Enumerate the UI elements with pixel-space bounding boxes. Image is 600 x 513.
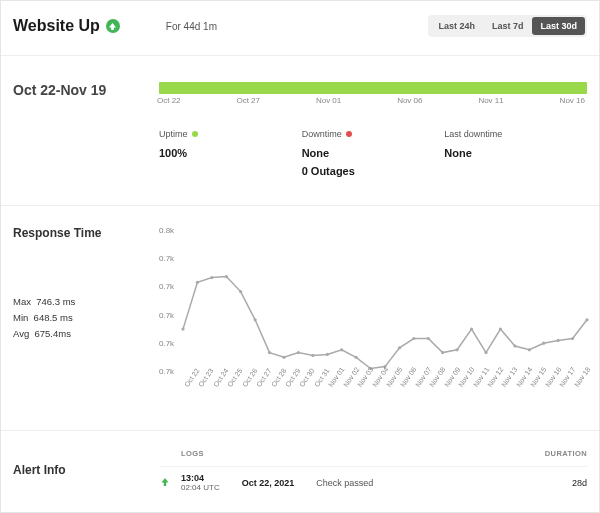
resp-avg-lbl: Avg [13, 328, 29, 339]
stat-label-text: Uptime [159, 129, 188, 139]
response-stats: Max 746.3 ms Min 648.5 ms Avg 675.4ms [13, 294, 159, 342]
svg-point-20 [470, 328, 473, 331]
alert-time-utc: 02:04 UTC [181, 483, 220, 492]
stat-downtime: Downtime None 0 Outages [302, 123, 445, 177]
svg-point-26 [556, 339, 559, 342]
y-tick: 0.7k [159, 311, 174, 320]
dot-green-icon [192, 131, 198, 137]
y-tick: 0.7k [159, 339, 174, 348]
uptime-duration: For 44d 1m [166, 21, 217, 32]
stat-uptime: Uptime 100% [159, 123, 302, 177]
uptime-bar-fill [159, 82, 587, 94]
svg-point-24 [528, 348, 531, 351]
tick: Oct 22 [157, 96, 181, 105]
period-stats: Uptime 100% Downtime None 0 Outages Last… [159, 123, 587, 177]
uptime-bar-ticks: Oct 22 Oct 27 Nov 01 Nov 06 Nov 11 Nov 1… [159, 96, 587, 105]
svg-point-3 [225, 275, 228, 278]
arrow-up-icon [159, 477, 170, 488]
svg-point-4 [239, 290, 242, 293]
resp-max-lbl: Max [13, 296, 31, 307]
period-range: Oct 22-Nov 19 [13, 82, 159, 98]
header: Website Up For 44d 1m Last 24h Last 7d L… [1, 1, 599, 55]
tab-last-30d[interactable]: Last 30d [532, 17, 585, 35]
tick: Oct 27 [236, 96, 260, 105]
alert-date: Oct 22, 2021 [242, 478, 295, 488]
resp-min-lbl: Min [13, 312, 28, 323]
stat-label-text: Downtime [302, 129, 342, 139]
svg-point-25 [542, 342, 545, 345]
app-frame: Website Up For 44d 1m Last 24h Last 7d L… [0, 0, 600, 513]
head-duration: DURATION [527, 449, 587, 458]
dot-red-icon [346, 131, 352, 137]
svg-point-21 [484, 351, 487, 354]
chart-plot [183, 226, 587, 376]
resp-avg-val: 675.4ms [34, 328, 70, 339]
svg-point-5 [253, 318, 256, 321]
response-chart: 0.8k 0.7k 0.7k 0.7k 0.7k 0.7k Oct 22Oct … [159, 226, 587, 406]
stat-label: Last downtime [444, 129, 502, 139]
response-title: Response Time [13, 226, 159, 240]
y-tick: 0.7k [159, 282, 174, 291]
y-tick: 0.7k [159, 367, 174, 376]
svg-point-9 [311, 354, 314, 357]
tab-last-7d[interactable]: Last 7d [484, 17, 532, 35]
svg-point-22 [499, 328, 502, 331]
svg-point-11 [340, 348, 343, 351]
stat-last-downtime: Last downtime None [444, 123, 587, 177]
alert-title: Alert Info [13, 463, 159, 477]
stat-value: 100% [159, 147, 302, 159]
svg-point-12 [354, 356, 357, 359]
uptime-bar: Oct 22 Oct 27 Nov 01 Nov 06 Nov 11 Nov 1… [159, 82, 587, 105]
resp-min-val: 648.5 ms [34, 312, 73, 323]
resp-max: Max 746.3 ms [13, 294, 159, 310]
svg-point-18 [441, 351, 444, 354]
svg-point-17 [427, 337, 430, 340]
stat-value: None [444, 147, 587, 159]
alert-section: Alert Info LOGS DURATION 13:04 02:04 UTC… [1, 431, 599, 505]
svg-point-1 [196, 281, 199, 284]
stat-value: None [302, 147, 445, 159]
svg-point-0 [181, 328, 184, 331]
tick: Nov 11 [478, 96, 503, 105]
status-up-icon [106, 19, 120, 33]
alert-msg: Check passed [316, 478, 373, 488]
svg-point-10 [326, 353, 329, 356]
stat-outages: 0 Outages [302, 165, 445, 177]
range-tabs: Last 24h Last 7d Last 30d [428, 15, 587, 37]
svg-point-15 [398, 346, 401, 349]
y-tick: 0.8k [159, 226, 174, 235]
y-tick: 0.7k [159, 254, 174, 263]
tab-last-24h[interactable]: Last 24h [430, 17, 483, 35]
alert-duration: 28d [572, 478, 587, 488]
response-section: Response Time Max 746.3 ms Min 648.5 ms … [1, 206, 599, 430]
svg-point-19 [455, 348, 458, 351]
period-section: Oct 22-Nov 19 Oct 22 Oct 27 Nov 01 Nov 0… [1, 56, 599, 205]
resp-min: Min 648.5 ms [13, 310, 159, 326]
svg-point-28 [585, 318, 588, 321]
svg-point-8 [297, 351, 300, 354]
chart-x-axis: Oct 22Oct 23Oct 24Oct 25Oct 26Oct 27Oct … [183, 376, 587, 404]
svg-point-27 [571, 337, 574, 340]
stat-label: Uptime [159, 129, 198, 139]
svg-point-6 [268, 351, 271, 354]
alert-head: LOGS DURATION [159, 449, 587, 458]
title-text: Website Up [13, 17, 100, 35]
head-logs: LOGS [181, 449, 527, 458]
tick: Nov 01 [316, 96, 341, 105]
alert-row[interactable]: 13:04 02:04 UTC Oct 22, 2021 Check passe… [159, 466, 587, 493]
svg-point-16 [412, 337, 415, 340]
tick: Nov 16 [560, 96, 585, 105]
svg-point-7 [282, 356, 285, 359]
svg-point-23 [513, 344, 516, 347]
svg-point-2 [210, 276, 213, 279]
stat-label: Downtime [302, 129, 352, 139]
alert-time: 13:04 02:04 UTC [181, 473, 220, 493]
resp-avg: Avg 675.4ms [13, 326, 159, 342]
tick: Nov 06 [397, 96, 422, 105]
alert-time-local: 13:04 [181, 473, 220, 483]
chart-y-axis: 0.8k 0.7k 0.7k 0.7k 0.7k 0.7k [159, 226, 174, 376]
resp-max-val: 746.3 ms [36, 296, 75, 307]
page-title: Website Up [13, 17, 120, 35]
